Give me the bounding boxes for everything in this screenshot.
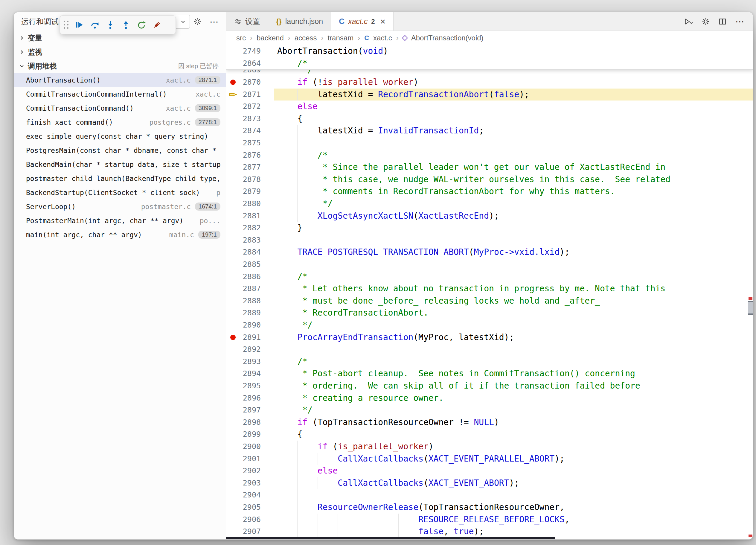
breakpoint-gutter[interactable] bbox=[226, 45, 240, 57]
breakpoint-gutter[interactable] bbox=[226, 149, 240, 162]
breakpoint-gutter[interactable] bbox=[226, 441, 240, 453]
breakpoint-icon[interactable] bbox=[230, 80, 236, 85]
code-text[interactable]: latestXid = InvalidTransactionId; bbox=[261, 125, 753, 137]
toolbar-drag-handle[interactable] bbox=[64, 21, 69, 29]
code-text[interactable]: * Let others know about no transaction i… bbox=[261, 283, 753, 295]
breakpoint-gutter[interactable] bbox=[226, 526, 240, 538]
stack-frame[interactable]: AbortTransaction()xact.c2871:1 bbox=[14, 73, 226, 87]
code-text[interactable]: */ bbox=[261, 319, 753, 331]
code-text[interactable]: CallXactCallbacks(XACT_EVENT_ABORT); bbox=[261, 477, 753, 489]
breakpoint-gutter[interactable] bbox=[226, 489, 240, 501]
code-text[interactable]: * comments in RecordTransactionAbort for… bbox=[261, 185, 753, 198]
breakpoint-gutter[interactable] bbox=[226, 89, 240, 101]
breakpoint-icon[interactable] bbox=[230, 335, 236, 340]
code-text[interactable]: } bbox=[261, 222, 753, 234]
code-text[interactable]: * ordering. We can skip all of it if the… bbox=[261, 380, 753, 392]
breakpoint-gutter[interactable] bbox=[226, 404, 240, 416]
code-text[interactable] bbox=[261, 137, 753, 149]
code-text[interactable]: if (TopTransactionResourceOwner != NULL) bbox=[261, 416, 753, 429]
breakpoint-gutter[interactable] bbox=[226, 416, 240, 429]
breadcrumb-item[interactable]: backend bbox=[257, 34, 284, 42]
breadcrumb-item[interactable]: src bbox=[236, 34, 246, 42]
section-watch[interactable]: 监视 bbox=[14, 45, 226, 59]
code-text[interactable]: false, true); bbox=[261, 526, 753, 538]
breakpoint-gutter[interactable] bbox=[226, 368, 240, 380]
tab-launch-json[interactable]: {} launch.json bbox=[268, 12, 331, 31]
breakpoint-gutter[interactable] bbox=[226, 76, 240, 89]
code-text[interactable] bbox=[261, 489, 753, 501]
code-text[interactable]: * must be done _before_ releasing locks … bbox=[261, 295, 753, 307]
code-text[interactable]: */ bbox=[261, 404, 753, 416]
code-text[interactable]: */ bbox=[261, 198, 753, 210]
scrollbar-thumb[interactable] bbox=[748, 301, 753, 315]
stack-frame[interactable]: BackendStartup(ClientSocket * client_soc… bbox=[14, 185, 226, 200]
code-text[interactable]: { bbox=[261, 113, 753, 125]
breakpoint-gutter[interactable] bbox=[226, 453, 240, 465]
breakpoint-gutter[interactable] bbox=[226, 57, 240, 70]
breakpoint-gutter[interactable] bbox=[226, 222, 240, 234]
code-text[interactable]: else bbox=[261, 101, 753, 113]
tab-settings[interactable]: 设置 bbox=[226, 12, 268, 31]
code-text[interactable]: ProcArrayEndTransaction(MyProc, latestXi… bbox=[261, 331, 753, 344]
breadcrumb-item[interactable]: access bbox=[295, 34, 317, 42]
code-text[interactable]: * Post-abort cleanup. See notes in Commi… bbox=[261, 368, 753, 380]
code-text[interactable]: /* bbox=[261, 149, 753, 162]
code-text[interactable]: if (!is_parallel_worker) bbox=[261, 76, 753, 89]
breakpoint-gutter[interactable] bbox=[226, 185, 240, 198]
breakpoint-gutter[interactable] bbox=[226, 295, 240, 307]
breakpoint-gutter[interactable] bbox=[226, 246, 240, 258]
breakpoint-gutter[interactable] bbox=[226, 258, 240, 271]
code-text[interactable]: latestXid = RecordTransactionAbort(false… bbox=[261, 89, 752, 101]
code-text[interactable]: * Since the parallel leader won't get ou… bbox=[261, 161, 753, 173]
breakpoint-gutter[interactable] bbox=[226, 465, 240, 477]
breakpoint-gutter[interactable] bbox=[226, 501, 240, 514]
breakpoint-gutter[interactable] bbox=[226, 428, 240, 441]
breakpoint-gutter[interactable] bbox=[226, 514, 240, 526]
breadcrumb-item[interactable]: AbortTransaction(void) bbox=[411, 34, 484, 42]
section-call-stack[interactable]: 调用堆栈 因 step 已暂停 bbox=[14, 59, 226, 73]
code-text[interactable]: { bbox=[261, 428, 753, 441]
more-actions-icon[interactable]: ⋯ bbox=[735, 16, 744, 27]
gear-icon[interactable] bbox=[702, 18, 710, 25]
code-text[interactable]: else bbox=[261, 465, 753, 477]
breakpoint-gutter[interactable] bbox=[226, 161, 240, 173]
breakpoint-gutter[interactable] bbox=[226, 113, 240, 125]
stack-frame[interactable]: BackendMain(char * startup_data, size_t … bbox=[14, 157, 226, 171]
breakpoint-gutter[interactable] bbox=[226, 356, 240, 368]
breadcrumb-item[interactable]: transam bbox=[327, 34, 353, 42]
breakpoint-gutter[interactable] bbox=[226, 392, 240, 404]
stack-frame[interactable]: finish_xact_command()postgres.c2778:1 bbox=[14, 115, 226, 129]
code-text[interactable]: XLogSetAsyncXactLSN(XactLastRecEnd); bbox=[261, 210, 753, 222]
code-text[interactable]: ResourceOwnerRelease(TopTransactionResou… bbox=[261, 501, 753, 514]
disconnect-button[interactable] bbox=[150, 18, 164, 32]
breakpoint-gutter[interactable] bbox=[226, 331, 240, 344]
breakpoint-gutter[interactable] bbox=[226, 101, 240, 113]
code-text[interactable]: RESOURCE_RELEASE_BEFORE_LOCKS, bbox=[261, 514, 753, 526]
breakpoint-gutter[interactable] bbox=[226, 234, 240, 246]
breakpoint-gutter[interactable] bbox=[226, 283, 240, 295]
stack-frame[interactable]: main(int argc, char ** argv)main.c197:1 bbox=[14, 228, 226, 242]
breakpoint-gutter[interactable] bbox=[226, 271, 240, 283]
breakpoint-gutter[interactable] bbox=[226, 319, 240, 331]
tab-xact-c[interactable]: C xact.c 2 × bbox=[331, 12, 394, 31]
breadcrumb-item[interactable]: xact.c bbox=[373, 34, 392, 42]
stack-frame[interactable]: CommitTransactionCommandInternal()xact.c bbox=[14, 87, 226, 101]
code-text[interactable]: /* bbox=[261, 271, 753, 283]
code-text[interactable]: AbortTransaction(void) bbox=[261, 45, 753, 57]
code-editor[interactable]: 2869 */2870 if (!is_parallel_worker)2871… bbox=[226, 45, 753, 539]
restart-button[interactable] bbox=[134, 18, 149, 32]
continue-button[interactable] bbox=[72, 18, 86, 32]
split-editor-icon[interactable] bbox=[719, 18, 726, 25]
code-text[interactable]: CallXactCallbacks(XACT_EVENT_PARALLEL_AB… bbox=[261, 453, 753, 465]
breakpoint-gutter[interactable] bbox=[226, 125, 240, 137]
step-into-button[interactable] bbox=[103, 18, 118, 32]
code-text[interactable]: TRACE_POSTGRESQL_TRANSACTION_ABORT(MyPro… bbox=[261, 246, 753, 258]
more-actions-icon[interactable]: ⋯ bbox=[210, 16, 219, 27]
code-text[interactable] bbox=[261, 343, 753, 356]
breakpoint-gutter[interactable] bbox=[226, 307, 240, 319]
code-text[interactable] bbox=[261, 258, 753, 271]
breakpoint-gutter[interactable] bbox=[226, 343, 240, 356]
gear-icon[interactable] bbox=[193, 18, 201, 25]
breakpoint-gutter[interactable] bbox=[226, 380, 240, 392]
breakpoint-gutter[interactable] bbox=[226, 210, 240, 222]
